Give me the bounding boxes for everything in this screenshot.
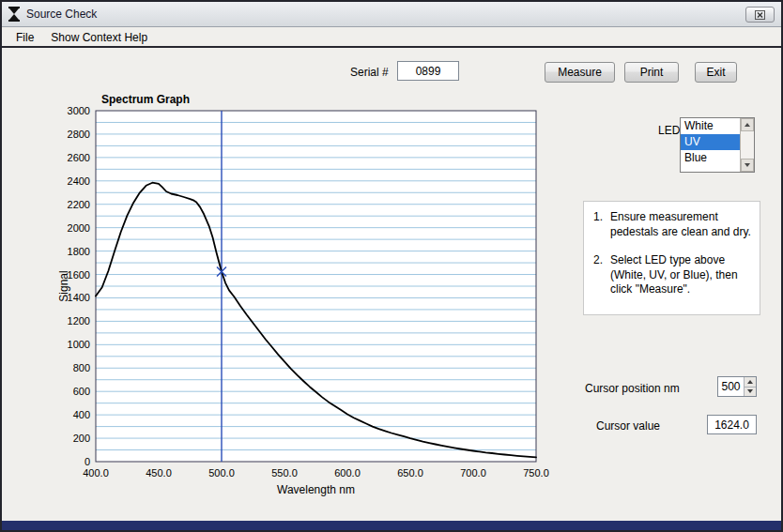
led-option-uv[interactable]: UV (681, 134, 740, 150)
svg-text:400.0: 400.0 (83, 467, 109, 479)
cursor-value-display: 1624.0 (707, 415, 757, 434)
spinner-up-button[interactable] (745, 377, 756, 387)
svg-text:1400: 1400 (68, 292, 90, 303)
svg-text:2800: 2800 (68, 129, 90, 140)
svg-text:2000: 2000 (68, 222, 90, 234)
cursor-value-label: Cursor value (596, 419, 660, 433)
measure-button[interactable]: Measure (545, 62, 615, 83)
led-scrollbar[interactable] (740, 118, 754, 172)
svg-text:1800: 1800 (68, 246, 90, 257)
svg-text:600.0: 600.0 (334, 467, 361, 479)
title-bar: Source Check (2, 2, 781, 27)
scroll-up-button[interactable] (741, 118, 754, 131)
svg-text:1600: 1600 (68, 269, 90, 281)
svg-text:750.0: 750.0 (523, 467, 549, 479)
scroll-down-button[interactable] (741, 159, 754, 172)
svg-text:200: 200 (73, 433, 90, 444)
led-label: LED (658, 124, 680, 137)
svg-text:800: 800 (73, 362, 90, 373)
x-axis-label: Wavelength nm (277, 483, 355, 496)
y-axis-label: Signal (57, 270, 70, 301)
instruction-2-number: 2. (593, 253, 610, 297)
svg-text:1000: 1000 (68, 339, 90, 350)
app-window: Source Check File Show Context Help Seri… (0, 0, 783, 532)
instruction-1-text: Ensure measurement pedestals are clean a… (610, 210, 752, 239)
scroll-down-icon (745, 163, 750, 167)
window-title: Source Check (26, 8, 97, 21)
hourglass-icon (8, 7, 21, 22)
svg-text:0: 0 (84, 456, 90, 467)
exit-button[interactable]: Exit (695, 62, 737, 83)
svg-text:3000: 3000 (68, 105, 90, 116)
svg-text:450.0: 450.0 (146, 467, 172, 479)
svg-text:600: 600 (73, 386, 90, 397)
spectrum-chart: 0200400600800100012001400160018002000220… (56, 103, 549, 507)
svg-text:650.0: 650.0 (397, 467, 423, 479)
svg-text:2200: 2200 (68, 199, 90, 210)
instruction-2-text: Select LED type above (White, UV, or Blu… (610, 253, 752, 297)
spectrum-plot: 0200400600800100012001400160018002000220… (56, 103, 549, 507)
instruction-item-2: 2. Select LED type above (White, UV, or … (593, 253, 752, 297)
close-button[interactable] (745, 7, 775, 23)
scroll-track[interactable] (741, 131, 754, 159)
spinner-down-icon (747, 389, 753, 393)
svg-text:500.0: 500.0 (208, 467, 235, 479)
svg-text:2600: 2600 (68, 152, 90, 163)
cursor-position-spinner[interactable]: 500 (717, 376, 757, 397)
spinner-up-icon (747, 380, 753, 384)
cursor-position-value[interactable]: 500 (718, 377, 744, 396)
svg-text:700.0: 700.0 (460, 467, 486, 479)
menu-item-file[interactable]: File (8, 29, 42, 46)
serial-input[interactable]: 0899 (397, 61, 459, 81)
cursor-position-label: Cursor position nm (585, 382, 680, 395)
menu-bar: File Show Context Help (2, 28, 781, 48)
svg-text:1200: 1200 (68, 315, 90, 327)
close-icon (754, 10, 766, 20)
spinner-down-button[interactable] (745, 387, 756, 397)
instruction-item-1: 1. Ensure measurement pedestals are clea… (593, 210, 752, 239)
footer-band (2, 521, 781, 530)
serial-label: Serial # (350, 66, 389, 79)
instructions-box: 1. Ensure measurement pedestals are clea… (583, 201, 760, 315)
scroll-up-icon (745, 123, 750, 127)
instruction-1-number: 1. (593, 210, 610, 239)
print-button[interactable]: Print (624, 62, 679, 83)
led-option-white[interactable]: White (681, 118, 740, 134)
led-listbox: White UV Blue (680, 117, 755, 173)
led-option-blue[interactable]: Blue (681, 150, 740, 166)
menu-item-show-context-help[interactable]: Show Context Help (42, 29, 156, 46)
svg-text:2400: 2400 (68, 175, 90, 187)
svg-text:400: 400 (73, 409, 90, 420)
svg-text:550.0: 550.0 (271, 467, 298, 479)
